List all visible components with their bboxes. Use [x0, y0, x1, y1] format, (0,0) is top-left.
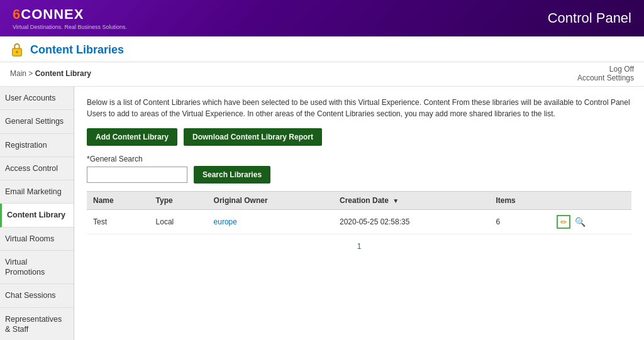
owner-link[interactable]: europe — [214, 217, 237, 226]
breadcrumb: Main > Content Library — [10, 69, 91, 78]
logo-area: 6CONNEX Virtual Destinations. Real Busin… — [13, 6, 127, 31]
cell-actions: ✏ 🔍 — [550, 210, 631, 234]
sidebar-item-representatives-staff[interactable]: Representatives & Staff — [0, 308, 74, 341]
add-content-library-button[interactable]: Add Content Library — [87, 128, 177, 146]
logo-connex: CONNEX — [21, 6, 84, 22]
search-row: Search Libraries — [87, 166, 631, 184]
cell-name: Test — [87, 210, 150, 234]
logo-text: 6CONNEX — [13, 6, 127, 23]
action-buttons: Add Content Library Download Content Lib… — [87, 128, 631, 146]
main-layout: User Accounts General Settings Registrat… — [0, 87, 644, 340]
log-off-link[interactable]: Log Off — [577, 65, 634, 74]
search-icon: 🔍 — [575, 217, 586, 227]
search-section: *General Search Search Libraries — [87, 155, 631, 184]
top-bar: Main > Content Library Log Off Account S… — [0, 62, 644, 87]
action-icons: ✏ 🔍 — [557, 215, 625, 229]
sidebar-item-general-settings[interactable]: General Settings — [0, 110, 74, 133]
pagination: 1 — [87, 242, 631, 251]
description-text: Below is a list of Content Libraries whi… — [87, 97, 631, 119]
search-input[interactable] — [87, 167, 187, 183]
sidebar-item-content-library[interactable]: Content Library — [0, 204, 74, 227]
col-items: Items — [489, 192, 550, 210]
col-creation-date[interactable]: Creation Date ▼ — [333, 192, 489, 210]
sidebar-item-access-control[interactable]: Access Control — [0, 157, 74, 180]
sidebar-item-registration[interactable]: Registration — [0, 134, 74, 157]
sidebar-item-virtual-promotions[interactable]: Virtual Promotions — [0, 251, 74, 285]
search-label: *General Search — [87, 155, 631, 163]
col-original-owner: Original Owner — [208, 192, 333, 210]
download-report-button[interactable]: Download Content Library Report — [184, 128, 322, 146]
view-button[interactable]: 🔍 — [573, 215, 587, 229]
account-settings-link[interactable]: Account Settings — [577, 74, 634, 82]
search-libraries-button[interactable]: Search Libraries — [194, 166, 270, 184]
page-title: Content Libraries — [30, 43, 124, 57]
edit-button[interactable]: ✏ — [557, 215, 570, 229]
table-row: Test Local europe 2020-05-25 02:58:35 6 … — [87, 210, 631, 234]
sort-arrow-icon: ▼ — [392, 197, 399, 204]
sidebar: User Accounts General Settings Registrat… — [0, 87, 74, 340]
top-actions: Log Off Account Settings — [577, 65, 634, 82]
col-name: Name — [87, 192, 150, 210]
cell-creation-date: 2020-05-25 02:58:35 — [333, 210, 489, 234]
col-actions — [550, 192, 631, 210]
header: 6CONNEX Virtual Destinations. Real Busin… — [0, 0, 644, 36]
cell-items: 6 — [489, 210, 550, 234]
svg-point-1 — [16, 51, 18, 53]
breadcrumb-current: Content Library — [35, 69, 91, 78]
logo-tagline: Virtual Destinations. Real Business Solu… — [13, 24, 127, 31]
content-area: Below is a list of Content Libraries whi… — [74, 87, 644, 340]
breadcrumb-main[interactable]: Main — [10, 69, 26, 78]
logo-block: 6CONNEX Virtual Destinations. Real Busin… — [13, 6, 127, 31]
table-header-row: Name Type Original Owner Creation Date ▼… — [87, 192, 631, 210]
edit-icon: ✏ — [560, 217, 567, 227]
sidebar-item-chat-sessions[interactable]: Chat Sessions — [0, 284, 74, 307]
sidebar-item-virtual-rooms[interactable]: Virtual Rooms — [0, 228, 74, 251]
sidebar-item-email-marketing[interactable]: Email Marketing — [0, 180, 74, 204]
lock-icon — [10, 41, 24, 58]
col-type: Type — [150, 192, 208, 210]
page-1-link[interactable]: 1 — [357, 242, 362, 251]
data-table: Name Type Original Owner Creation Date ▼… — [87, 191, 631, 234]
page-title-bar: Content Libraries — [0, 36, 644, 62]
header-title: Control Panel — [548, 10, 631, 26]
sidebar-item-user-accounts[interactable]: User Accounts — [0, 87, 74, 110]
breadcrumb-separator: > — [26, 69, 35, 78]
logo-6: 6 — [13, 6, 21, 22]
cell-original-owner: europe — [208, 210, 333, 234]
cell-type: Local — [150, 210, 208, 234]
